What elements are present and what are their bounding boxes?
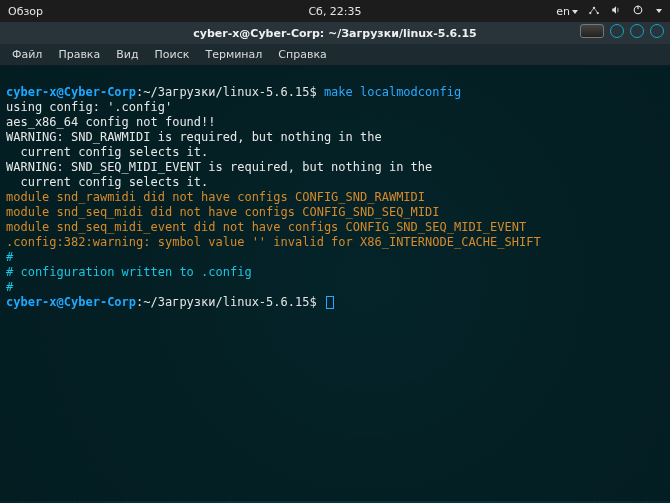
prompt-path: :~/Загрузки/linux-5.6.15$ bbox=[136, 85, 324, 99]
output-line: # bbox=[6, 250, 13, 264]
menu-help[interactable]: Справка bbox=[272, 46, 332, 63]
prompt-user: cyber-x@Cyber-Corp bbox=[6, 295, 136, 309]
window-title: cyber-x@Cyber-Corp: ~/Загрузки/linux-5.6… bbox=[193, 27, 477, 40]
menu-terminal[interactable]: Терминал bbox=[199, 46, 268, 63]
menu-search[interactable]: Поиск bbox=[149, 46, 196, 63]
system-menu-chevron-icon[interactable] bbox=[656, 9, 662, 13]
output-line: # bbox=[6, 280, 13, 294]
network-icon[interactable] bbox=[588, 4, 600, 19]
menu-file[interactable]: Файл bbox=[6, 46, 48, 63]
panel-clock[interactable]: Сб, 22:35 bbox=[308, 5, 361, 18]
menu-edit[interactable]: Правка bbox=[52, 46, 106, 63]
prompt-user: cyber-x@Cyber-Corp bbox=[6, 85, 136, 99]
output-line: WARNING: SND_RAWMIDI is required, but no… bbox=[6, 130, 382, 144]
output-line: module snd_seq_midi did not have configs… bbox=[6, 205, 439, 219]
svg-rect-4 bbox=[637, 5, 638, 9]
command-1: make localmodconfig bbox=[324, 85, 461, 99]
power-icon[interactable] bbox=[632, 4, 644, 19]
output-line: WARNING: SND_SEQ_MIDI_EVENT is required,… bbox=[6, 160, 432, 174]
activities-button[interactable]: Обзор bbox=[8, 5, 43, 18]
keyboard-layout-indicator[interactable]: en bbox=[556, 5, 578, 18]
terminal-menubar: Файл Правка Вид Поиск Терминал Справка bbox=[0, 44, 670, 66]
terminal-viewport[interactable]: cyber-x@Cyber-Corp:~/Загрузки/linux-5.6.… bbox=[0, 66, 670, 501]
output-line: aes_x86_64 config not found!! bbox=[6, 115, 216, 129]
prompt-path: :~/Загрузки/linux-5.6.15$ bbox=[136, 295, 324, 309]
output-line: module snd_seq_midi_event did not have c… bbox=[6, 220, 526, 234]
minimize-button[interactable] bbox=[610, 24, 624, 38]
battery-icon bbox=[580, 24, 604, 38]
close-button[interactable] bbox=[650, 24, 664, 38]
output-line: current config selects it. bbox=[6, 175, 208, 189]
window-titlebar[interactable]: cyber-x@Cyber-Corp: ~/Загрузки/linux-5.6… bbox=[0, 22, 670, 44]
volume-icon[interactable] bbox=[610, 4, 622, 19]
window-controls bbox=[580, 24, 664, 38]
output-line: using config: '.config' bbox=[6, 100, 172, 114]
menu-view[interactable]: Вид bbox=[110, 46, 144, 63]
terminal-cursor bbox=[326, 296, 334, 309]
output-line: module snd_rawmidi did not have configs … bbox=[6, 190, 425, 204]
gnome-top-panel: Обзор Сб, 22:35 en bbox=[0, 0, 670, 22]
output-line: current config selects it. bbox=[6, 145, 208, 159]
output-line: .config:382:warning: symbol value '' inv… bbox=[6, 235, 541, 249]
maximize-button[interactable] bbox=[630, 24, 644, 38]
output-line: # configuration written to .config bbox=[6, 265, 252, 279]
